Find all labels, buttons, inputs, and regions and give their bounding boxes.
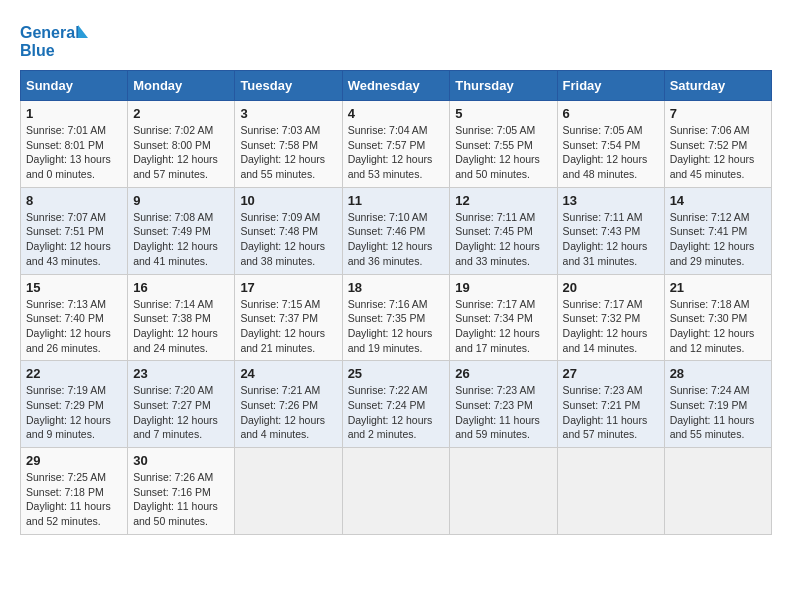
day-info: Sunrise: 7:11 AM Sunset: 7:45 PM Dayligh… (455, 210, 551, 269)
calendar-cell: 6Sunrise: 7:05 AM Sunset: 7:54 PM Daylig… (557, 101, 664, 188)
day-number: 23 (133, 366, 229, 381)
day-info: Sunrise: 7:22 AM Sunset: 7:24 PM Dayligh… (348, 383, 445, 442)
calendar-cell (557, 448, 664, 535)
day-number: 8 (26, 193, 122, 208)
day-number: 24 (240, 366, 336, 381)
calendar-table: SundayMondayTuesdayWednesdayThursdayFrid… (20, 70, 772, 535)
day-number: 27 (563, 366, 659, 381)
day-info: Sunrise: 7:23 AM Sunset: 7:23 PM Dayligh… (455, 383, 551, 442)
day-number: 18 (348, 280, 445, 295)
calendar-cell: 18Sunrise: 7:16 AM Sunset: 7:35 PM Dayli… (342, 274, 450, 361)
day-info: Sunrise: 7:10 AM Sunset: 7:46 PM Dayligh… (348, 210, 445, 269)
calendar-cell: 4Sunrise: 7:04 AM Sunset: 7:57 PM Daylig… (342, 101, 450, 188)
day-number: 19 (455, 280, 551, 295)
day-info: Sunrise: 7:12 AM Sunset: 7:41 PM Dayligh… (670, 210, 766, 269)
calendar-cell (450, 448, 557, 535)
calendar-cell (342, 448, 450, 535)
calendar-cell: 1Sunrise: 7:01 AM Sunset: 8:01 PM Daylig… (21, 101, 128, 188)
day-number: 10 (240, 193, 336, 208)
day-number: 25 (348, 366, 445, 381)
day-info: Sunrise: 7:19 AM Sunset: 7:29 PM Dayligh… (26, 383, 122, 442)
calendar-cell: 21Sunrise: 7:18 AM Sunset: 7:30 PM Dayli… (664, 274, 771, 361)
calendar-cell: 2Sunrise: 7:02 AM Sunset: 8:00 PM Daylig… (128, 101, 235, 188)
day-info: Sunrise: 7:16 AM Sunset: 7:35 PM Dayligh… (348, 297, 445, 356)
svg-text:General: General (20, 24, 80, 41)
calendar-cell: 13Sunrise: 7:11 AM Sunset: 7:43 PM Dayli… (557, 187, 664, 274)
weekday-header-monday: Monday (128, 71, 235, 101)
weekday-row: SundayMondayTuesdayWednesdayThursdayFrid… (21, 71, 772, 101)
calendar-cell: 24Sunrise: 7:21 AM Sunset: 7:26 PM Dayli… (235, 361, 342, 448)
day-info: Sunrise: 7:17 AM Sunset: 7:32 PM Dayligh… (563, 297, 659, 356)
calendar-week-row: 15Sunrise: 7:13 AM Sunset: 7:40 PM Dayli… (21, 274, 772, 361)
calendar-week-row: 22Sunrise: 7:19 AM Sunset: 7:29 PM Dayli… (21, 361, 772, 448)
day-number: 21 (670, 280, 766, 295)
calendar-cell: 27Sunrise: 7:23 AM Sunset: 7:21 PM Dayli… (557, 361, 664, 448)
day-number: 4 (348, 106, 445, 121)
day-info: Sunrise: 7:03 AM Sunset: 7:58 PM Dayligh… (240, 123, 336, 182)
calendar-cell: 25Sunrise: 7:22 AM Sunset: 7:24 PM Dayli… (342, 361, 450, 448)
day-number: 6 (563, 106, 659, 121)
day-info: Sunrise: 7:05 AM Sunset: 7:54 PM Dayligh… (563, 123, 659, 182)
day-number: 12 (455, 193, 551, 208)
day-number: 14 (670, 193, 766, 208)
day-info: Sunrise: 7:02 AM Sunset: 8:00 PM Dayligh… (133, 123, 229, 182)
day-number: 20 (563, 280, 659, 295)
day-info: Sunrise: 7:08 AM Sunset: 7:49 PM Dayligh… (133, 210, 229, 269)
calendar-cell (664, 448, 771, 535)
day-number: 17 (240, 280, 336, 295)
weekday-header-wednesday: Wednesday (342, 71, 450, 101)
svg-marker-2 (78, 25, 88, 38)
day-info: Sunrise: 7:25 AM Sunset: 7:18 PM Dayligh… (26, 470, 122, 529)
day-number: 13 (563, 193, 659, 208)
day-info: Sunrise: 7:07 AM Sunset: 7:51 PM Dayligh… (26, 210, 122, 269)
day-info: Sunrise: 7:17 AM Sunset: 7:34 PM Dayligh… (455, 297, 551, 356)
calendar-cell: 19Sunrise: 7:17 AM Sunset: 7:34 PM Dayli… (450, 274, 557, 361)
day-number: 30 (133, 453, 229, 468)
day-number: 1 (26, 106, 122, 121)
day-info: Sunrise: 7:06 AM Sunset: 7:52 PM Dayligh… (670, 123, 766, 182)
day-info: Sunrise: 7:11 AM Sunset: 7:43 PM Dayligh… (563, 210, 659, 269)
day-number: 3 (240, 106, 336, 121)
calendar-header: SundayMondayTuesdayWednesdayThursdayFrid… (21, 71, 772, 101)
day-info: Sunrise: 7:20 AM Sunset: 7:27 PM Dayligh… (133, 383, 229, 442)
day-info: Sunrise: 7:04 AM Sunset: 7:57 PM Dayligh… (348, 123, 445, 182)
day-number: 26 (455, 366, 551, 381)
day-info: Sunrise: 7:14 AM Sunset: 7:38 PM Dayligh… (133, 297, 229, 356)
calendar-cell: 29Sunrise: 7:25 AM Sunset: 7:18 PM Dayli… (21, 448, 128, 535)
calendar-cell: 17Sunrise: 7:15 AM Sunset: 7:37 PM Dayli… (235, 274, 342, 361)
day-info: Sunrise: 7:21 AM Sunset: 7:26 PM Dayligh… (240, 383, 336, 442)
day-info: Sunrise: 7:01 AM Sunset: 8:01 PM Dayligh… (26, 123, 122, 182)
page-header: GeneralBlue (20, 20, 772, 60)
day-info: Sunrise: 7:24 AM Sunset: 7:19 PM Dayligh… (670, 383, 766, 442)
calendar-cell: 22Sunrise: 7:19 AM Sunset: 7:29 PM Dayli… (21, 361, 128, 448)
calendar-cell: 23Sunrise: 7:20 AM Sunset: 7:27 PM Dayli… (128, 361, 235, 448)
day-info: Sunrise: 7:23 AM Sunset: 7:21 PM Dayligh… (563, 383, 659, 442)
day-number: 5 (455, 106, 551, 121)
calendar-week-row: 1Sunrise: 7:01 AM Sunset: 8:01 PM Daylig… (21, 101, 772, 188)
day-number: 15 (26, 280, 122, 295)
day-number: 16 (133, 280, 229, 295)
calendar-cell: 9Sunrise: 7:08 AM Sunset: 7:49 PM Daylig… (128, 187, 235, 274)
day-number: 28 (670, 366, 766, 381)
calendar-cell: 15Sunrise: 7:13 AM Sunset: 7:40 PM Dayli… (21, 274, 128, 361)
calendar-week-row: 29Sunrise: 7:25 AM Sunset: 7:18 PM Dayli… (21, 448, 772, 535)
day-number: 29 (26, 453, 122, 468)
svg-text:Blue: Blue (20, 42, 55, 59)
calendar-cell: 14Sunrise: 7:12 AM Sunset: 7:41 PM Dayli… (664, 187, 771, 274)
calendar-body: 1Sunrise: 7:01 AM Sunset: 8:01 PM Daylig… (21, 101, 772, 535)
day-number: 22 (26, 366, 122, 381)
day-number: 9 (133, 193, 229, 208)
day-info: Sunrise: 7:26 AM Sunset: 7:16 PM Dayligh… (133, 470, 229, 529)
calendar-cell: 20Sunrise: 7:17 AM Sunset: 7:32 PM Dayli… (557, 274, 664, 361)
day-info: Sunrise: 7:05 AM Sunset: 7:55 PM Dayligh… (455, 123, 551, 182)
calendar-cell: 10Sunrise: 7:09 AM Sunset: 7:48 PM Dayli… (235, 187, 342, 274)
calendar-cell (235, 448, 342, 535)
calendar-cell: 11Sunrise: 7:10 AM Sunset: 7:46 PM Dayli… (342, 187, 450, 274)
day-info: Sunrise: 7:18 AM Sunset: 7:30 PM Dayligh… (670, 297, 766, 356)
calendar-cell: 7Sunrise: 7:06 AM Sunset: 7:52 PM Daylig… (664, 101, 771, 188)
weekday-header-friday: Friday (557, 71, 664, 101)
day-info: Sunrise: 7:09 AM Sunset: 7:48 PM Dayligh… (240, 210, 336, 269)
day-number: 7 (670, 106, 766, 121)
weekday-header-tuesday: Tuesday (235, 71, 342, 101)
calendar-cell: 16Sunrise: 7:14 AM Sunset: 7:38 PM Dayli… (128, 274, 235, 361)
